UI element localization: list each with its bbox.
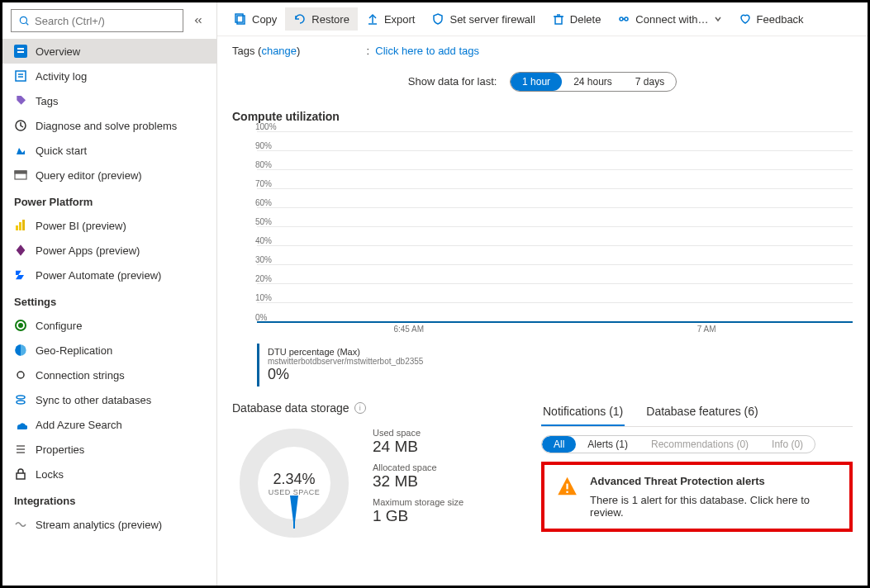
filter-info[interactable]: Info (0) — [760, 436, 815, 453]
time-7days[interactable]: 7 days — [624, 73, 676, 91]
btn-label: Copy — [252, 13, 277, 26]
toolbar: Copy Restore Export Set server firewall … — [217, 2, 868, 36]
nav-geo[interactable]: Geo-Replication — [2, 338, 216, 363]
nav-label: Connection strings — [36, 369, 125, 382]
nav-powerapps[interactable]: Power Apps (preview) — [2, 238, 216, 263]
svg-point-15 — [19, 324, 22, 327]
btn-label: Connect with… — [635, 13, 708, 26]
export-icon — [366, 12, 379, 26]
cloud-icon — [14, 418, 27, 431]
warning-icon — [556, 475, 578, 498]
svg-rect-3 — [17, 48, 24, 50]
svg-point-30 — [620, 17, 623, 21]
btn-label: Set server firewall — [449, 13, 535, 26]
nav-label: Add Azure Search — [36, 419, 122, 431]
export-button[interactable]: Export — [358, 7, 424, 31]
nav-activity-log[interactable]: Activity log — [2, 64, 216, 88]
nav-properties[interactable]: Properties — [2, 437, 216, 462]
nav-label: Quick start — [36, 145, 87, 157]
tab-features[interactable]: Database features (6) — [644, 401, 759, 426]
nav-stream[interactable]: Stream analytics (preview) — [2, 512, 216, 537]
nav-label: Configure — [36, 320, 82, 332]
donut-pct: 2.34% — [273, 471, 315, 488]
delete-button[interactable]: Delete — [544, 7, 610, 31]
filter-alerts[interactable]: Alerts (1) — [576, 436, 639, 453]
search-input[interactable] — [35, 15, 176, 27]
tag-icon — [14, 94, 27, 107]
storage-donut[interactable]: 2.34% USED SPACE — [232, 421, 356, 545]
nav-powerautomate[interactable]: Power Automate (preview) — [2, 263, 216, 287]
nav-header-settings: Settings — [2, 287, 216, 313]
nav-conn[interactable]: Connection strings — [2, 363, 216, 387]
nav-configure[interactable]: Configure — [2, 313, 216, 338]
nav-locks[interactable]: Locks — [2, 462, 216, 486]
powerbi-icon — [14, 219, 27, 232]
tags-change-link[interactable]: change — [261, 45, 297, 57]
filter-recs[interactable]: Recommendations (0) — [639, 436, 760, 453]
svg-point-18 — [17, 401, 25, 404]
nav-label: Sync to other databases — [36, 394, 151, 406]
log-icon — [14, 69, 27, 83]
diagnose-icon — [14, 119, 27, 132]
btn-label: Feedback — [757, 13, 804, 26]
search-row — [2, 2, 216, 39]
tab-notifications[interactable]: Notifications (1) — [541, 401, 625, 426]
info-icon[interactable]: i — [354, 402, 366, 414]
add-tags-link[interactable]: Click here to add tags — [375, 45, 479, 57]
btn-label: Delete — [570, 13, 601, 26]
nav-label: Power Apps (preview) — [36, 244, 140, 257]
svg-point-0 — [20, 17, 26, 23]
svg-rect-13 — [22, 220, 25, 230]
main: Copy Restore Export Set server firewall … — [217, 2, 868, 586]
query-icon — [14, 168, 27, 182]
alert-msg: There is 1 alert for this database. Clic… — [590, 494, 838, 519]
restore-icon — [293, 12, 307, 26]
time-24hours[interactable]: 24 hours — [562, 73, 624, 91]
notifications-panel: Notifications (1) Database features (6) … — [541, 401, 853, 545]
bottom-row: Database data storage i 2.34% USED SPACE — [232, 401, 853, 545]
collapse-sidebar-button[interactable] — [188, 11, 208, 31]
compute-chart[interactable]: 100% 90% 80% 70% 60% 50% 40% 30% 20% 10%… — [257, 131, 853, 321]
nav-label: Query editor (preview) — [36, 169, 142, 182]
nav-overview[interactable]: Overview — [2, 39, 216, 64]
storage-title: Database data storage i — [232, 401, 521, 415]
nav-query-editor[interactable]: Query editor (preview) — [2, 163, 216, 187]
nav-label: Properties — [36, 443, 84, 456]
search-box[interactable] — [11, 9, 183, 32]
time-pill: 1 hour 24 hours 7 days — [510, 72, 677, 92]
svg-rect-27 — [555, 17, 562, 24]
connect-button[interactable]: Connect with… — [609, 7, 730, 31]
nav-powerbi[interactable]: Power BI (preview) — [2, 213, 216, 238]
nav-diagnose[interactable]: Diagnose and solve problems — [2, 113, 216, 138]
btn-label: Export — [384, 13, 416, 26]
alert-title: Advanced Threat Protection alerts — [590, 475, 765, 487]
powerapps-icon — [14, 244, 27, 257]
copy-button[interactable]: Copy — [226, 7, 285, 31]
nav-quickstart[interactable]: Quick start — [2, 138, 216, 163]
nav-tags[interactable]: Tags — [2, 88, 216, 113]
configure-icon — [14, 319, 27, 332]
svg-rect-10 — [15, 171, 26, 173]
filter-all[interactable]: All — [542, 436, 576, 453]
chevron-down-icon — [714, 15, 722, 23]
nav-label: Stream analytics (preview) — [36, 519, 162, 531]
btn-label: Restore — [311, 13, 349, 26]
restore-button[interactable]: Restore — [285, 7, 358, 31]
nav-label: Power Automate (preview) — [36, 269, 161, 282]
chevron-double-left-icon — [193, 15, 204, 26]
alert-card[interactable]: Advanced Threat Protection alerts There … — [541, 462, 853, 532]
time-1hour[interactable]: 1 hour — [511, 73, 562, 91]
firewall-button[interactable]: Set server firewall — [423, 7, 543, 31]
nav-azuresearch[interactable]: Add Azure Search — [2, 412, 216, 437]
nav-sync[interactable]: Sync to other databases — [2, 387, 216, 412]
svg-point-31 — [625, 17, 628, 21]
delete-icon — [552, 12, 565, 26]
time-selector: Show data for last: 1 hour 24 hours 7 da… — [232, 65, 853, 105]
heart-icon — [739, 12, 752, 26]
notif-filters: All Alerts (1) Recommendations (0) Info … — [541, 435, 815, 453]
svg-rect-36 — [566, 491, 568, 493]
feedback-button[interactable]: Feedback — [730, 7, 812, 31]
storage-stats: Used space 24 MB Allocated space 32 MB M… — [373, 421, 464, 525]
connection-icon — [14, 368, 27, 382]
shield-icon — [431, 12, 445, 26]
